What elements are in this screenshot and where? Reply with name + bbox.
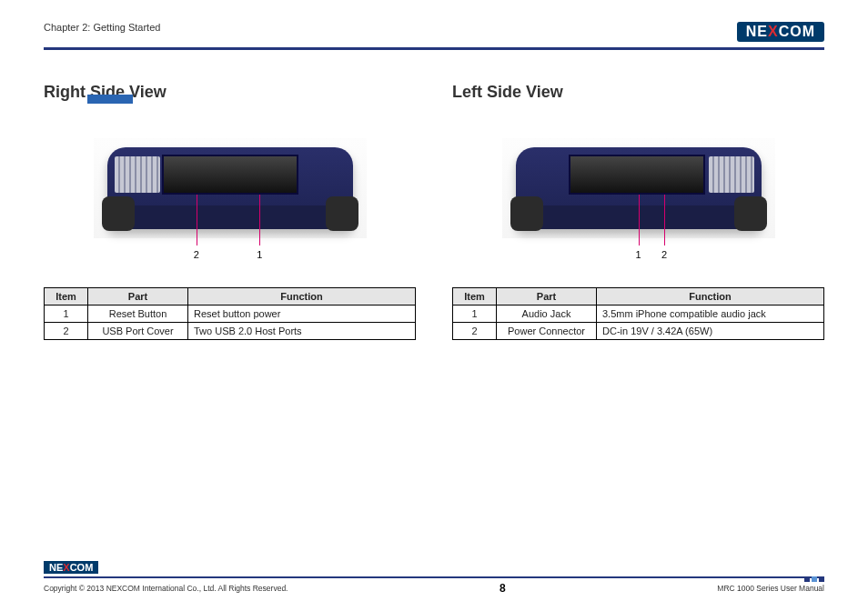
callout-number: 1 — [635, 249, 641, 260]
cell-function: 3.5mm iPhone compatible audio jack — [597, 306, 824, 323]
cell-item: 2 — [45, 323, 88, 340]
cell-item: 1 — [453, 306, 497, 323]
header-rule — [44, 47, 824, 50]
table-header-item: Item — [453, 288, 497, 306]
cell-part: Audio Jack — [497, 306, 597, 323]
footer-rule — [44, 576, 824, 578]
copyright-text: Copyright © 2013 NEXCOM International Co… — [44, 584, 288, 593]
logo-text-x: X — [63, 562, 69, 573]
brand-logo: NEXCOM — [737, 22, 824, 42]
table-header-part: Part — [497, 288, 597, 306]
left-side-view-heading: Left Side View — [452, 83, 824, 102]
right-side-parts-table: Item Part Function 1 Reset Button Reset … — [44, 287, 416, 340]
table-header-part: Part — [88, 288, 188, 306]
cell-item: 2 — [453, 323, 497, 340]
table-header-function: Function — [188, 288, 416, 306]
logo-text-left: NE — [746, 24, 768, 39]
right-side-device-figure: 2 1 — [44, 111, 416, 265]
table-row: 2 Power Connector DC-in 19V / 3.42A (65W… — [453, 323, 824, 340]
logo-text-left: NE — [49, 562, 63, 573]
cell-function: DC-in 19V / 3.42A (65W) — [597, 323, 824, 340]
callout-number: 1 — [257, 249, 262, 260]
cell-part: Power Connector — [497, 323, 597, 340]
logo-text-right: COM — [779, 24, 815, 39]
callout-number: 2 — [194, 249, 199, 260]
cell-part: USB Port Cover — [88, 323, 188, 340]
manual-title: MRC 1000 Series User Manual — [717, 584, 824, 593]
cell-item: 1 — [45, 306, 88, 323]
footer-brand-logo: NEXCOM — [44, 561, 98, 574]
table-row: 2 USB Port Cover Two USB 2.0 Host Ports — [45, 323, 416, 340]
table-header-item: Item — [45, 288, 88, 306]
footer-accent-squares — [804, 576, 824, 582]
left-side-device-figure: 1 2 — [452, 111, 824, 265]
left-side-parts-table: Item Part Function 1 Audio Jack 3.5mm iP… — [452, 287, 824, 340]
cell-function: Reset button power — [188, 306, 416, 323]
page-number: 8 — [500, 582, 506, 595]
chapter-title: Chapter 2: Getting Started — [44, 22, 160, 33]
table-row: 1 Audio Jack 3.5mm iPhone compatible aud… — [453, 306, 824, 323]
cell-part: Reset Button — [88, 306, 188, 323]
table-row: 1 Reset Button Reset button power — [45, 306, 416, 323]
header-accent-box — [87, 95, 133, 104]
table-header-function: Function — [597, 288, 824, 306]
logo-text-x: X — [768, 24, 779, 39]
cell-function: Two USB 2.0 Host Ports — [188, 323, 416, 340]
callout-number: 2 — [661, 249, 667, 260]
logo-text-right: COM — [70, 562, 94, 573]
